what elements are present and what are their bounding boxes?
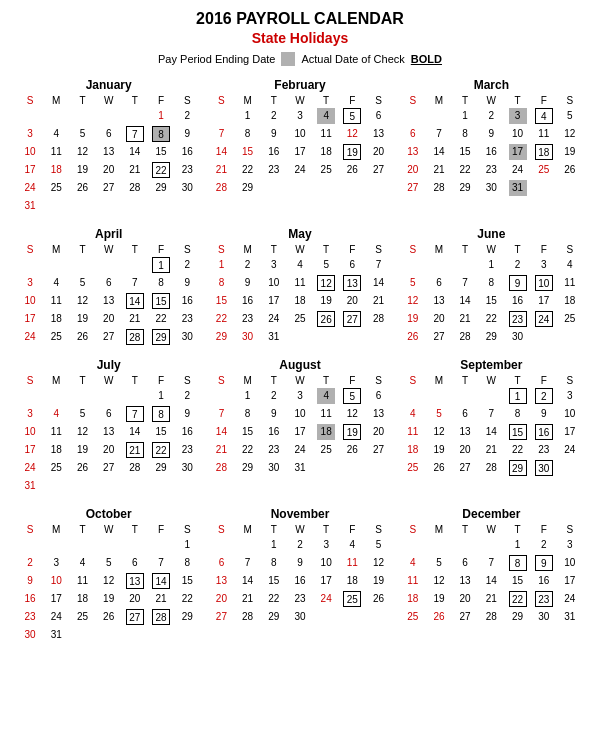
day-cell: 18 xyxy=(557,292,583,310)
day-header-m-3: M xyxy=(43,243,69,256)
day-cell: 18 xyxy=(43,310,69,328)
day-cell xyxy=(557,328,583,346)
day-cell: 17 xyxy=(287,143,313,161)
month-title-july: July xyxy=(17,358,200,372)
day-cell xyxy=(17,387,43,405)
day-header-f-3: F xyxy=(148,243,174,256)
day-cell: 3 xyxy=(17,125,43,143)
day-cell xyxy=(557,179,583,197)
day-cell: 29 xyxy=(478,328,504,346)
day-cell: 27 xyxy=(96,459,122,477)
day-cell: 10 xyxy=(17,143,43,161)
day-cell: 20 xyxy=(96,310,122,328)
day-header-t-7: T xyxy=(313,374,339,387)
day-cell xyxy=(122,387,148,405)
day-cell: 30 xyxy=(531,608,557,626)
day-cell: 25 xyxy=(531,161,557,179)
day-cell: 18 xyxy=(313,143,339,161)
day-cell: 14 xyxy=(122,423,148,441)
month-block-december: DecemberSMTWTFS1234567891011121314151617… xyxy=(398,505,585,646)
day-cell: 12 xyxy=(339,405,365,423)
day-cell: 16 xyxy=(235,292,261,310)
day-cell: 18 xyxy=(313,423,339,441)
day-cell: 1 xyxy=(478,256,504,274)
day-cell: 24 xyxy=(17,328,43,346)
day-cell: 20 xyxy=(400,161,426,179)
day-cell xyxy=(426,107,452,125)
day-header-s-8: S xyxy=(400,374,426,387)
day-cell: 12 xyxy=(365,554,391,572)
day-cell: 21 xyxy=(478,590,504,608)
day-cell: 14 xyxy=(208,143,234,161)
day-cell: 7 xyxy=(208,125,234,143)
day-cell: 28 xyxy=(426,179,452,197)
day-cell: 29 xyxy=(235,459,261,477)
day-header-s-3: S xyxy=(174,243,200,256)
day-cell: 28 xyxy=(122,328,148,346)
day-cell: 5 xyxy=(400,274,426,292)
day-cell: 30 xyxy=(174,179,200,197)
calendars-grid: JanuarySMTWTFS12345678910111213141516171… xyxy=(15,76,585,646)
day-cell: 22 xyxy=(174,590,200,608)
day-cell: 17 xyxy=(287,423,313,441)
day-cell: 2 xyxy=(235,256,261,274)
day-cell: 22 xyxy=(235,441,261,459)
day-cell: 10 xyxy=(261,274,287,292)
day-cell xyxy=(122,197,148,215)
day-header-w-0: W xyxy=(96,94,122,107)
day-cell: 25 xyxy=(400,459,426,477)
day-cell: 8 xyxy=(174,554,200,572)
page-title: 2016 PAYROLL CALENDAR xyxy=(15,10,585,28)
day-cell: 11 xyxy=(339,554,365,572)
day-cell: 19 xyxy=(69,161,95,179)
day-cell: 1 xyxy=(208,256,234,274)
day-cell: 4 xyxy=(400,554,426,572)
day-cell: 30 xyxy=(531,459,557,477)
day-cell xyxy=(478,387,504,405)
day-header-t-6: T xyxy=(69,374,95,387)
day-cell: 28 xyxy=(235,608,261,626)
day-cell: 28 xyxy=(122,459,148,477)
day-header-t-10: T xyxy=(313,523,339,536)
day-cell xyxy=(122,256,148,274)
day-cell: 11 xyxy=(400,572,426,590)
day-cell: 5 xyxy=(313,256,339,274)
day-cell xyxy=(208,536,234,554)
day-cell: 18 xyxy=(400,441,426,459)
day-cell: 10 xyxy=(287,405,313,423)
day-cell: 8 xyxy=(235,405,261,423)
day-cell: 26 xyxy=(69,459,95,477)
month-title-october: October xyxy=(17,507,200,521)
day-cell xyxy=(313,179,339,197)
day-cell: 15 xyxy=(208,292,234,310)
day-cell: 24 xyxy=(557,590,583,608)
day-cell: 26 xyxy=(365,590,391,608)
day-header-f-1: F xyxy=(339,94,365,107)
day-cell: 5 xyxy=(557,107,583,125)
day-cell: 2 xyxy=(478,107,504,125)
day-cell: 27 xyxy=(122,608,148,626)
day-cell: 11 xyxy=(313,125,339,143)
day-cell xyxy=(69,387,95,405)
day-cell: 27 xyxy=(365,441,391,459)
day-cell: 13 xyxy=(339,274,365,292)
day-cell: 7 xyxy=(478,405,504,423)
day-header-s-2: S xyxy=(557,94,583,107)
day-cell: 12 xyxy=(69,423,95,441)
day-cell: 2 xyxy=(504,256,530,274)
day-cell: 13 xyxy=(452,572,478,590)
day-cell: 28 xyxy=(478,459,504,477)
month-table-february: SMTWTFS123456789101112131415161718192021… xyxy=(208,94,391,197)
month-block-november: NovemberSMTWTFS1234567891011121314151617… xyxy=(206,505,393,646)
day-cell: 2 xyxy=(261,107,287,125)
day-header-s-3: S xyxy=(17,243,43,256)
month-table-october: SMTWTFS123456789101112131415161718192021… xyxy=(17,523,200,644)
day-cell xyxy=(122,536,148,554)
day-cell: 16 xyxy=(261,143,287,161)
day-cell: 20 xyxy=(96,441,122,459)
day-cell: 7 xyxy=(235,554,261,572)
day-cell: 10 xyxy=(43,572,69,590)
day-cell xyxy=(426,536,452,554)
day-header-m-7: M xyxy=(235,374,261,387)
day-cell xyxy=(365,328,391,346)
